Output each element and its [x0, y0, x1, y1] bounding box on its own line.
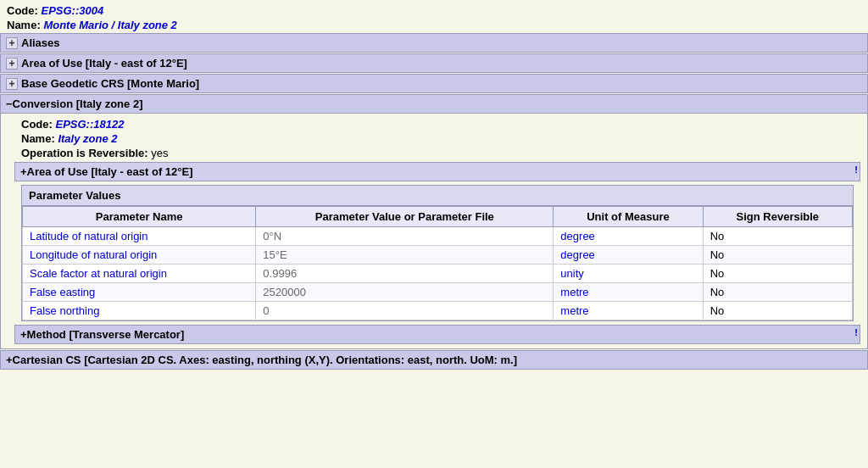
param-unit-link[interactable]: unity — [560, 267, 583, 280]
col-header-param-name: Parameter Name — [23, 207, 256, 227]
conversion-body: Code: EPSG::18122 Name: Italy zone 2 Ope… — [1, 114, 867, 348]
cartesian-toggle-icon: + — [6, 354, 13, 366]
sub-area-toggle-icon: + — [20, 165, 27, 178]
param-name-link[interactable]: Scale factor at natural origin — [30, 267, 167, 280]
param-sign-cell: No — [703, 227, 852, 246]
method-section-header[interactable]: + Method [Transverse Mercator] ! — [14, 325, 860, 344]
conversion-section-header[interactable]: − Conversion [Italy zone 2] — [1, 95, 867, 114]
conversion-code-label: Code: — [21, 118, 53, 131]
param-sign-cell: No — [703, 246, 852, 265]
table-row: Latitude of natural origin0°NdegreeNo — [23, 227, 853, 246]
method-corner-indicator: ! — [854, 327, 858, 337]
col-header-sign: Sign Reversible — [703, 207, 852, 227]
param-value-cell: 0°N — [256, 227, 554, 246]
param-value-cell: 0.9996 — [256, 265, 554, 283]
param-unit-link[interactable]: metre — [560, 286, 588, 298]
sub-area-label: Area of Use [Italy - east of 12°E] — [27, 165, 193, 178]
cartesian-label: Cartesian CS [Cartesian 2D CS. Axes: eas… — [13, 354, 517, 366]
sub-area-corner-indicator: ! — [854, 164, 858, 175]
table-row: Scale factor at natural origin0.9996unit… — [23, 265, 853, 283]
reversible-line: Operation is Reversible: yes — [14, 146, 860, 160]
param-unit-link[interactable]: metre — [560, 304, 588, 317]
base-geodetic-toggle-icon: + — [6, 78, 18, 90]
col-header-param-value: Parameter Value or Parameter File — [256, 207, 554, 227]
table-row: Longitude of natural origin15°EdegreeNo — [23, 246, 853, 265]
param-name-link[interactable]: Longitude of natural origin — [30, 248, 157, 261]
param-unit-link[interactable]: degree — [560, 248, 594, 261]
param-table: Parameter Name Parameter Value or Parame… — [22, 206, 853, 320]
method-toggle-icon: + — [20, 328, 27, 341]
cartesian-section-header[interactable]: + Cartesian CS [Cartesian 2D CS. Axes: e… — [0, 350, 868, 370]
param-sign-cell: No — [703, 265, 852, 283]
parameter-values-section: Parameter Values Parameter Name Paramete… — [21, 185, 854, 321]
area-of-use-section-header[interactable]: + Area of Use [Italy - east of 12°E] — [0, 53, 868, 73]
conversion-code-line: Code: EPSG::18122 — [14, 117, 860, 131]
reversible-label: Operation is Reversible: — [21, 147, 148, 159]
param-value-cell: 15°E — [256, 246, 554, 265]
aliases-label: Aliases — [21, 36, 60, 49]
table-row: False northing0metreNo — [23, 302, 853, 320]
page-container: Code: EPSG::3004 Name: Monte Mario / Ita… — [0, 0, 868, 374]
param-value-cell: 2520000 — [256, 283, 554, 302]
sub-area-section-header[interactable]: + Area of Use [Italy - east of 12°E] ! — [14, 162, 860, 181]
conversion-name-value-link[interactable]: Italy zone 2 — [58, 132, 117, 145]
param-name-link[interactable]: Latitude of natural origin — [30, 230, 147, 242]
param-sign-cell: No — [703, 302, 852, 320]
aliases-toggle-icon: + — [6, 37, 18, 49]
area-of-use-label: Area of Use [Italy - east of 12°E] — [21, 57, 187, 70]
param-name-link[interactable]: False northing — [30, 304, 99, 317]
param-value-cell: 0 — [256, 302, 554, 320]
param-name-link[interactable]: False easting — [30, 286, 95, 298]
param-section-title: Parameter Values — [22, 186, 853, 206]
code-value-link[interactable]: EPSG::3004 — [41, 4, 103, 17]
base-geodetic-section-header[interactable]: + Base Geodetic CRS [Monte Mario] — [0, 74, 868, 93]
param-table-header-row: Parameter Name Parameter Value or Parame… — [23, 207, 853, 227]
name-value-link[interactable]: Monte Mario / Italy zone 2 — [43, 19, 176, 31]
table-row: False easting2520000metreNo — [23, 283, 853, 302]
method-label: Method [Transverse Mercator] — [27, 328, 185, 341]
base-geodetic-label: Base Geodetic CRS [Monte Mario] — [21, 77, 199, 90]
name-line: Name: Monte Mario / Italy zone 2 — [0, 18, 868, 32]
reversible-value: yes — [151, 147, 168, 159]
conversion-name-label: Name: — [21, 132, 55, 145]
col-header-unit: Unit of Measure — [554, 207, 703, 227]
name-label: Name: — [7, 19, 41, 31]
param-sign-cell: No — [703, 283, 852, 302]
conversion-code-value-link[interactable]: EPSG::18122 — [55, 118, 124, 131]
area-of-use-toggle-icon: + — [6, 58, 18, 70]
conversion-label: Conversion [Italy zone 2] — [13, 98, 143, 110]
conversion-toggle-icon: − — [6, 98, 13, 110]
aliases-section-header[interactable]: + Aliases — [0, 33, 868, 53]
conversion-name-line: Name: Italy zone 2 — [14, 131, 860, 146]
code-label: Code: — [7, 4, 38, 17]
param-unit-link[interactable]: degree — [560, 230, 594, 242]
conversion-section: − Conversion [Italy zone 2] Code: EPSG::… — [0, 94, 868, 349]
code-line: Code: EPSG::3004 — [0, 3, 868, 18]
